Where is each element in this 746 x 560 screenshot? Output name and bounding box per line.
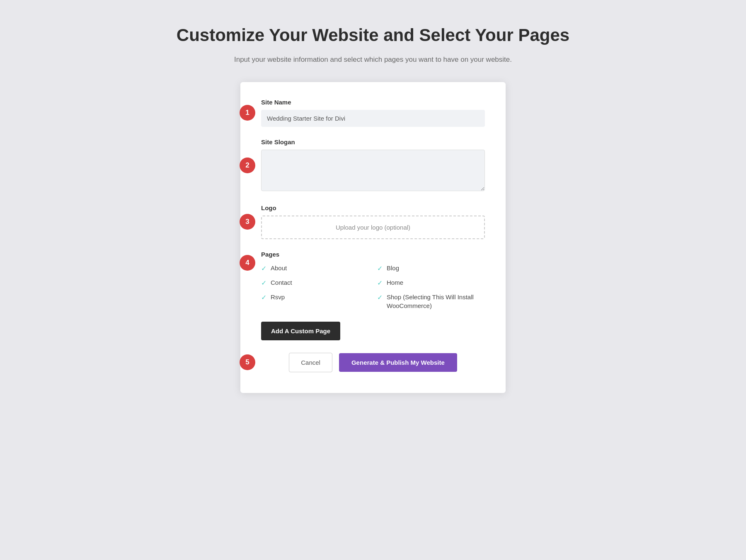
- pages-label: Pages: [261, 251, 485, 258]
- check-icon-shop: ✓: [377, 293, 383, 301]
- page-item-shop[interactable]: ✓ Shop (Selecting This Will Install WooC…: [377, 293, 485, 310]
- check-icon-rsvp: ✓: [261, 293, 266, 301]
- site-name-label: Site Name: [261, 99, 485, 106]
- add-custom-page-wrapper: Add A Custom Page: [261, 322, 485, 353]
- page-name-contact: Contact: [271, 278, 292, 287]
- step-badge-5: 5: [240, 354, 255, 370]
- logo-group: 3 Logo Upload your logo (optional): [261, 204, 485, 239]
- check-icon-contact: ✓: [261, 279, 266, 287]
- page-name-rsvp: Rsvp: [271, 293, 285, 301]
- page-name-home: Home: [387, 278, 403, 287]
- form-card: 1 Site Name 2 Site Slogan 3 Logo Upload …: [240, 82, 506, 393]
- check-icon-blog: ✓: [377, 264, 383, 272]
- page-item-blog[interactable]: ✓ Blog: [377, 264, 485, 272]
- site-name-group: 1 Site Name: [261, 99, 485, 127]
- site-name-input[interactable]: [261, 110, 485, 127]
- site-slogan-textarea[interactable]: [261, 150, 485, 191]
- page-name-shop: Shop (Selecting This Will Install WooCom…: [387, 293, 485, 310]
- page-name-about: About: [271, 264, 287, 272]
- add-custom-page-button[interactable]: Add A Custom Page: [261, 322, 340, 340]
- site-slogan-group: 2 Site Slogan: [261, 138, 485, 193]
- footer-actions: 5 Cancel Generate & Publish My Website: [261, 353, 485, 372]
- cancel-button[interactable]: Cancel: [289, 353, 332, 372]
- step-badge-1: 1: [240, 105, 255, 121]
- page-header: Customize Your Website and Select Your P…: [177, 25, 569, 65]
- page-name-blog: Blog: [387, 264, 399, 272]
- form-outer-wrapper: 1 Site Name 2 Site Slogan 3 Logo Upload …: [240, 82, 506, 393]
- page-item-home[interactable]: ✓ Home: [377, 278, 485, 287]
- step-badge-3: 3: [240, 214, 255, 230]
- check-icon-home: ✓: [377, 279, 383, 287]
- site-slogan-label: Site Slogan: [261, 138, 485, 145]
- step-badge-2: 2: [240, 158, 255, 173]
- page-item-contact[interactable]: ✓ Contact: [261, 278, 369, 287]
- page-item-about[interactable]: ✓ About: [261, 264, 369, 272]
- step-badge-4: 4: [240, 255, 255, 271]
- pages-grid: ✓ About ✓ Blog ✓ Contact ✓ Home ✓ Rsvp: [261, 264, 485, 310]
- page-title: Customize Your Website and Select Your P…: [177, 25, 569, 46]
- check-icon-about: ✓: [261, 264, 266, 272]
- logo-upload-area[interactable]: Upload your logo (optional): [261, 216, 485, 239]
- page-subtitle: Input your website information and selec…: [177, 54, 569, 65]
- generate-button[interactable]: Generate & Publish My Website: [339, 353, 457, 372]
- logo-label: Logo: [261, 204, 485, 211]
- page-item-rsvp[interactable]: ✓ Rsvp: [261, 293, 369, 310]
- pages-section: 4 Pages ✓ About ✓ Blog ✓ Contact ✓ Home: [261, 251, 485, 310]
